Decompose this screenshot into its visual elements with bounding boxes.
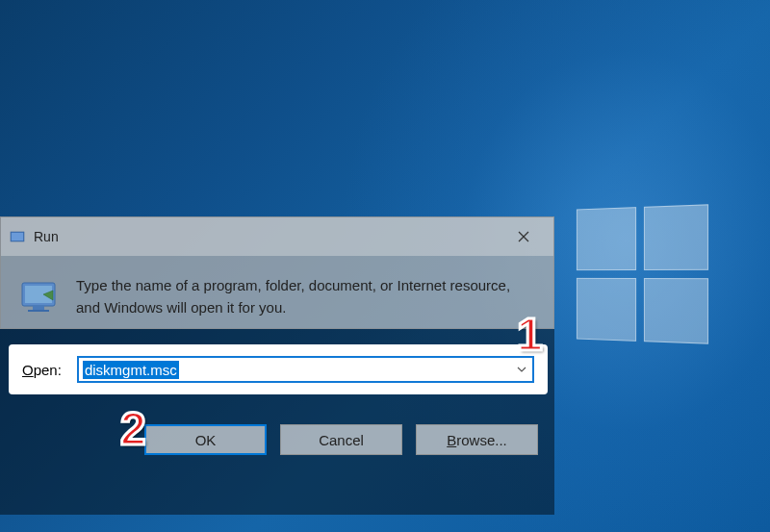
run-titlebar-icon — [9, 228, 26, 245]
svg-rect-1 — [12, 233, 23, 241]
svg-rect-6 — [33, 306, 44, 310]
button-row: OK Cancel Browse... — [1, 415, 555, 472]
svg-rect-7 — [28, 310, 49, 312]
close-button[interactable] — [501, 221, 546, 252]
open-label: Open: — [22, 362, 62, 378]
run-program-icon — [18, 275, 59, 316]
open-combobox[interactable]: diskmgmt.msc — [77, 356, 534, 383]
dialog-body: Type the name of a program, folder, docu… — [1, 256, 553, 328]
input-row-highlight: Open: diskmgmt.msc — [9, 344, 548, 394]
dialog-title: Run — [34, 229, 501, 244]
chevron-down-icon[interactable] — [511, 358, 532, 381]
windows-logo — [577, 204, 708, 343]
run-dialog: Run Type the name of a program, folder, … — [0, 216, 554, 329]
close-icon — [518, 231, 529, 242]
dialog-description: Type the name of a program, folder, docu… — [76, 275, 536, 318]
browse-button[interactable]: Browse... — [416, 424, 538, 455]
cancel-button[interactable]: Cancel — [280, 424, 402, 455]
ok-button[interactable]: OK — [144, 424, 267, 455]
open-input[interactable] — [79, 358, 511, 381]
titlebar[interactable]: Run — [1, 217, 553, 256]
